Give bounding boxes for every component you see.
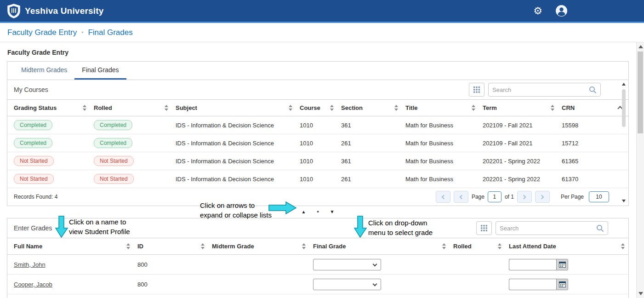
sort-icon[interactable] xyxy=(79,105,86,111)
sort-icon[interactable] xyxy=(123,243,130,249)
sort-icon[interactable] xyxy=(494,243,502,249)
rolled-badge: Completed xyxy=(94,138,132,148)
next-page-button[interactable] xyxy=(517,191,532,203)
sort-icon[interactable] xyxy=(391,105,398,111)
course-row[interactable]: Completed Completed IDS - Information & … xyxy=(7,134,628,152)
grid-icon xyxy=(480,224,488,232)
breadcrumb: Faculty Grade Entry • Final Grades xyxy=(0,23,644,42)
col-rolled: Rolled xyxy=(453,243,472,250)
chevron-right-icon xyxy=(540,195,544,199)
user-profile-icon[interactable] xyxy=(555,5,568,17)
search-icon xyxy=(589,86,597,94)
page-scrollbar[interactable] xyxy=(636,42,644,298)
annotation-arrow-down-icon xyxy=(55,216,68,238)
student-name-link[interactable]: Cooper, Jacob xyxy=(14,281,52,288)
course-cell: 1010 xyxy=(296,170,337,188)
rolled-cell xyxy=(450,275,505,294)
collapse-up-arrow-icon[interactable]: ▲ xyxy=(301,210,306,214)
student-name-link[interactable]: Smith, John xyxy=(14,261,46,268)
sort-icon[interactable] xyxy=(197,243,205,249)
courses-multiselect-button[interactable] xyxy=(469,83,484,97)
grades-multiselect-button[interactable] xyxy=(476,221,492,235)
page-label: Page xyxy=(472,194,484,200)
scrollbar-thumb[interactable] xyxy=(622,89,626,127)
scroll-down-icon[interactable] xyxy=(622,200,626,202)
course-row[interactable]: Not Started Not Started IDS - Informatio… xyxy=(7,170,628,188)
scroll-up-icon[interactable] xyxy=(622,83,626,86)
sort-icon[interactable] xyxy=(161,105,168,111)
expand-down-arrow-icon[interactable]: ▼ xyxy=(330,210,335,214)
crn-cell: 61370 xyxy=(558,170,628,188)
page-title: Faculty Grade Entry xyxy=(0,42,644,61)
term-cell: 202109 - Fall 2021 xyxy=(479,134,558,152)
tab-final-grades[interactable]: Final Grades xyxy=(74,62,126,80)
sort-icon[interactable] xyxy=(547,105,554,111)
col-term: Term xyxy=(483,104,497,111)
tab-midterm-grades[interactable]: Midterm Grades xyxy=(14,62,74,80)
sort-icon[interactable] xyxy=(468,105,475,111)
sort-icon[interactable] xyxy=(298,243,306,249)
calendar-button[interactable] xyxy=(556,259,568,270)
grading-status-badge: Not Started xyxy=(14,174,54,184)
student-id-cell: 800 xyxy=(134,275,208,294)
my-courses-panel: Midterm Grades Final Grades My Courses xyxy=(7,61,629,206)
page-number-input[interactable] xyxy=(488,191,502,202)
header-icons: ⚙ xyxy=(533,5,568,17)
app-header: Yeshiva University ⚙ xyxy=(0,0,644,23)
grading-status-badge: Not Started xyxy=(14,156,54,166)
student-id-cell: 800 xyxy=(134,294,208,298)
gear-icon[interactable]: ⚙ xyxy=(533,6,542,16)
final-grade-select[interactable] xyxy=(313,279,381,290)
sort-icon[interactable] xyxy=(439,243,446,249)
title-cell: Math for Business xyxy=(402,152,479,170)
per-page-input[interactable] xyxy=(589,191,609,202)
breadcrumb-faculty-grade-entry[interactable]: Faculty Grade Entry xyxy=(7,28,77,37)
last-attend-date-input[interactable] xyxy=(509,259,556,270)
per-page-label: Per Page xyxy=(561,194,584,200)
grades-search-box xyxy=(496,221,608,235)
separator-dot-icon: • xyxy=(317,209,319,215)
annotation-arrow-right-icon xyxy=(268,201,297,214)
crn-cell: 15598 xyxy=(558,116,628,134)
scroll-up-icon[interactable] xyxy=(638,45,643,48)
first-page-button[interactable] xyxy=(436,191,450,203)
my-courses-header: My Courses xyxy=(7,80,628,99)
subject-cell: IDS - Information & Decision Science xyxy=(172,134,296,152)
grades-header-row: Full Name ID Midterm Grade Final Grade R… xyxy=(7,238,628,255)
breadcrumb-final-grades[interactable]: Final Grades xyxy=(88,28,132,37)
subject-cell: IDS - Information & Decision Science xyxy=(172,170,296,188)
calendar-button[interactable] xyxy=(556,279,568,290)
last-page-button[interactable] xyxy=(535,191,550,203)
last-attend-date-input[interactable] xyxy=(509,279,556,290)
grading-status-badge: Completed xyxy=(14,138,52,148)
term-cell: 202201 - Spring 2022 xyxy=(479,170,558,188)
faculty-grade-entry-app: Yeshiva University ⚙ Faculty Grade Entry… xyxy=(0,0,644,298)
scrollbar-thumb[interactable] xyxy=(638,52,643,133)
sort-icon[interactable] xyxy=(285,105,292,111)
grid-icon xyxy=(473,86,480,93)
title-cell: Math for Business xyxy=(402,116,479,134)
section-cell: 361 xyxy=(337,116,402,134)
annotation-student-profile: Click on a name to view Student Profile xyxy=(69,217,130,236)
col-midterm-grade: Midterm Grade xyxy=(212,243,254,250)
final-grade-select[interactable] xyxy=(313,259,381,270)
student-row: Cooper, Jacob 800 xyxy=(7,275,628,294)
annotation-dropdown: Click on drop-down menu to select grade xyxy=(368,218,433,237)
sort-icon[interactable] xyxy=(326,105,334,111)
courses-search-box xyxy=(488,83,601,97)
sort-icon[interactable] xyxy=(617,243,625,249)
course-row[interactable]: Not Started Not Started IDS - Informatio… xyxy=(7,152,628,170)
course-row[interactable]: Completed Completed IDS - Information & … xyxy=(7,116,628,134)
grades-search-input[interactable] xyxy=(500,225,596,232)
courses-grid-scrollbar[interactable] xyxy=(621,82,627,204)
chevron-left-icon xyxy=(441,195,446,199)
chevron-right-icon xyxy=(522,195,526,199)
rolled-badge: Not Started xyxy=(94,174,134,184)
expand-collapse-control: ▲ • ▼ xyxy=(7,206,629,218)
subject-cell: IDS - Information & Decision Science xyxy=(172,152,296,170)
of-pages-label: of 1 xyxy=(505,194,514,200)
courses-header-row: Grading Status Rolled Subject Course Sec… xyxy=(7,100,628,116)
prev-page-button[interactable] xyxy=(454,191,468,203)
scroll-down-icon[interactable] xyxy=(638,292,643,295)
courses-search-input[interactable] xyxy=(492,86,589,93)
